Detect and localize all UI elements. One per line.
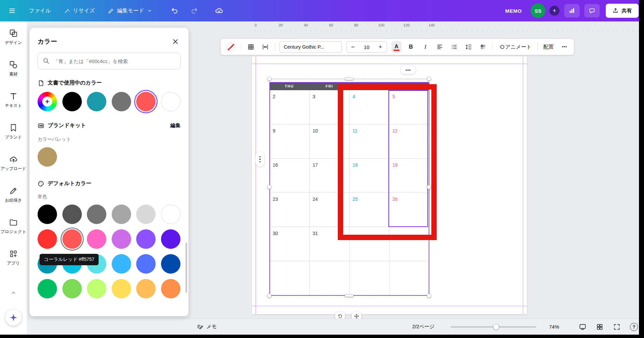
color-swatch[interactable] [38,279,57,298]
table-grid-button[interactable] [246,41,256,53]
position-button[interactable]: 配置 [542,41,555,53]
font-size-increase-button[interactable]: + [374,42,387,52]
sidebar-item-text[interactable]: テキスト [0,84,27,116]
font-size-value[interactable]: 10 [359,44,374,50]
zoom-slider-thumb[interactable] [493,324,499,330]
text-align-button[interactable] [435,41,445,53]
fill-color-button[interactable] [225,41,237,53]
color-swatch[interactable] [161,229,180,249]
sidebar-item-draw[interactable]: お絵描き [0,179,27,211]
selection-handle-bottom-left[interactable] [267,294,272,298]
color-swatch[interactable] [87,205,106,224]
color-swatch[interactable]: + [87,92,106,111]
italic-button[interactable]: I [420,41,430,53]
color-swatch[interactable] [136,279,156,298]
close-panel-button[interactable] [170,37,180,47]
grid-view-button[interactable] [595,322,604,332]
font-family-select[interactable]: Century Gothic P... [279,41,342,53]
selection-handle-middle-right[interactable] [427,185,431,189]
insights-button[interactable] [564,4,580,17]
color-swatch[interactable] [112,205,131,224]
resize-button[interactable]: リサイズ [62,4,97,17]
sidebar-item-uploads[interactable]: アップロード [0,148,27,179]
page-side-menu-button[interactable] [256,152,264,167]
margin-guide-top [252,64,527,64]
color-swatch[interactable]: + [62,92,82,111]
resize-label: リサイズ [73,7,95,14]
color-swatch[interactable] [38,205,57,224]
move-element-button[interactable] [352,311,362,319]
color-swatch[interactable] [112,279,131,298]
red-rectangle-element[interactable] [338,84,437,240]
selection-handle-top-center[interactable] [345,77,354,80]
toolbar-more-button[interactable]: ••• [559,41,570,53]
margin-guide-bottom [252,306,527,306]
invite-member-button[interactable]: + [549,6,559,16]
cell-spacing-button[interactable] [260,41,270,53]
presentation-mode-button[interactable] [578,322,587,332]
color-swatch[interactable] [136,205,156,224]
panel-scrollbar[interactable] [185,242,187,293]
zoom-slider[interactable] [450,326,536,328]
hamburger-menu-button[interactable] [5,4,19,17]
share-button[interactable]: 共有 [606,4,639,18]
presentation-icon [579,323,586,331]
edit-mode-button[interactable]: 編集モード [106,4,153,17]
animate-button[interactable]: アニメート [497,41,533,53]
selection-handle-bottom-center[interactable] [345,294,354,297]
rotate-element-button[interactable] [335,311,345,319]
bullet-list-button[interactable] [449,41,459,53]
color-swatch[interactable] [62,205,82,224]
color-swatch[interactable] [62,279,82,298]
selection-handle-middle-left[interactable] [267,185,272,189]
line-spacing-button[interactable] [464,41,474,53]
fullscreen-button[interactable] [612,322,622,332]
color-swatch[interactable]: + [136,92,156,111]
color-swatch[interactable] [136,229,156,249]
font-size-decrease-button[interactable]: − [346,42,359,52]
sidebar-item-projects[interactable]: プロジェクト [0,211,27,242]
magic-assistant-button[interactable] [5,309,21,326]
transparency-button[interactable] [478,41,488,53]
color-swatch[interactable] [161,205,180,224]
selection-handle-bottom-right[interactable] [427,294,431,298]
color-search-input[interactable] [38,53,180,69]
color-swatch[interactable] [38,147,57,167]
color-swatch[interactable] [136,254,156,274]
avatar[interactable]: SS [531,3,545,18]
color-swatch[interactable]: + [38,92,57,111]
sidebar-item-elements[interactable]: 素材 [0,53,27,84]
brand-kit-edit-button[interactable]: 編集 [170,122,180,129]
color-swatch[interactable]: + [112,92,131,111]
color-swatch[interactable] [112,254,131,274]
document-title[interactable]: MEMO [505,8,522,14]
notes-button[interactable]: メモ [197,319,217,335]
sidebar-item-apps[interactable]: アプリ [0,242,27,274]
comments-button[interactable] [584,4,600,17]
bold-button[interactable]: B [406,41,416,53]
color-swatch[interactable] [161,279,180,298]
sidebar-item-design[interactable]: デザイン [0,21,27,53]
color-swatch[interactable] [87,229,106,249]
help-button[interactable]: ? [629,322,639,332]
sidebar-item-brand[interactable]: ブランド [0,116,27,148]
color-swatch[interactable] [87,279,106,298]
color-swatch[interactable] [161,254,180,274]
redo-button[interactable] [187,4,201,17]
sidebar-collapse-chevron[interactable] [0,290,27,296]
color-swatch[interactable]: + [161,92,180,111]
color-swatch[interactable] [38,229,57,249]
cloud-save-status-button[interactable] [212,4,226,17]
ruler-mark: 80 [354,23,358,27]
undo-button[interactable] [168,4,181,17]
file-menu-button[interactable]: ファイル [28,4,52,17]
toolbar-separator [537,43,538,51]
element-more-options-button[interactable]: ••• [401,65,416,74]
color-swatch[interactable] [62,229,82,249]
color-swatch[interactable] [112,229,131,249]
text-color-button[interactable]: A [391,41,401,53]
page-indicator[interactable]: 2/2ページ [412,319,435,335]
selection-handle-top-left[interactable] [267,77,272,81]
selection-handle-top-right[interactable] [427,77,431,81]
notes-label: メモ [206,323,217,330]
